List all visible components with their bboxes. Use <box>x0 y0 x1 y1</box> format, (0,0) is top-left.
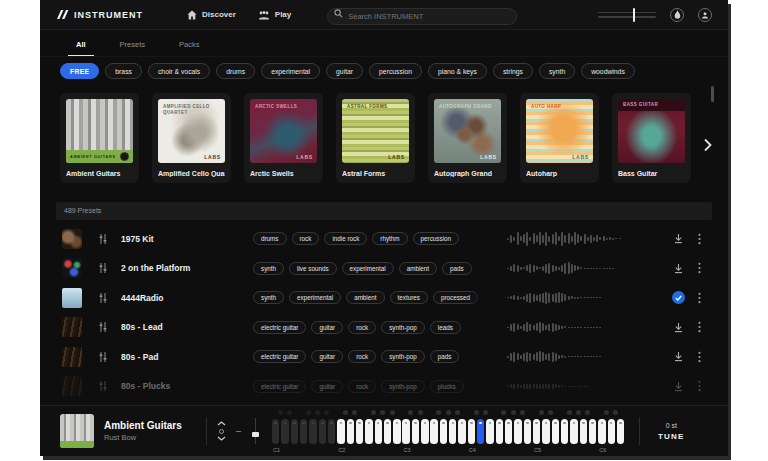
piano-key[interactable] <box>617 419 624 444</box>
piano-key[interactable] <box>440 419 447 444</box>
more-options-button[interactable] <box>697 320 702 334</box>
tag[interactable]: synth-pop <box>381 380 425 393</box>
volume-slider-handle[interactable] <box>633 8 636 22</box>
filter-chip-brass[interactable]: brass <box>105 63 142 79</box>
tag[interactable]: electric guitar <box>253 380 306 393</box>
preset-controls-icon[interactable] <box>97 351 109 363</box>
tag[interactable]: live sounds <box>289 262 337 275</box>
filter-chip-experimental[interactable]: experimental <box>261 63 320 79</box>
search-input[interactable] <box>327 8 517 25</box>
tag[interactable]: rock <box>348 350 376 363</box>
download-button[interactable] <box>672 380 685 393</box>
volume-slider[interactable] <box>598 8 656 22</box>
scrollbar-thumb[interactable] <box>711 86 714 102</box>
preset-row-1975-kit[interactable]: 1975 Kit drums rock indie rock rhythm pe… <box>56 224 712 254</box>
piano-key[interactable] <box>496 419 503 444</box>
preset-controls-icon[interactable] <box>97 292 109 304</box>
tag[interactable]: electric guitar <box>253 321 306 334</box>
piano-key[interactable] <box>291 419 298 444</box>
fader-handle[interactable] <box>252 432 259 437</box>
tag[interactable]: plucks <box>430 380 464 393</box>
player-volume-fader[interactable] <box>251 418 260 444</box>
account-icon[interactable] <box>698 8 712 22</box>
preset-controls-icon[interactable] <box>97 262 109 274</box>
preset-row-4444radio[interactable]: 4444Radio synth experimental ambient tex… <box>56 283 712 313</box>
pack-card-autograph-grand[interactable]: AUTOGRAPH GRAND LABS Autograph Grand <box>428 93 507 183</box>
preset-row-80s-lead[interactable]: 80s - Lead electric guitar guitar rock s… <box>56 313 712 343</box>
piano-key[interactable] <box>561 419 568 444</box>
download-button[interactable] <box>672 262 685 275</box>
tab-all[interactable]: All <box>76 40 86 56</box>
filter-chip-guitar[interactable]: guitar <box>326 63 363 79</box>
tune-control[interactable]: 0 st TUNE <box>658 422 685 441</box>
tag[interactable]: guitar <box>311 350 343 363</box>
piano-key[interactable] <box>430 419 437 444</box>
piano-key[interactable] <box>458 419 465 444</box>
pack-card-astral-forms[interactable]: ASTRAL FORMS LABS Astral Forms <box>336 93 415 183</box>
piano-key[interactable] <box>421 419 428 444</box>
piano-key[interactable] <box>552 419 559 444</box>
piano-key[interactable] <box>589 419 596 444</box>
chevron-down-icon[interactable] <box>217 436 226 441</box>
nav-item-play[interactable]: Play <box>258 10 291 20</box>
tag[interactable]: guitar <box>311 321 343 334</box>
piano-key[interactable] <box>375 419 382 444</box>
piano-key[interactable] <box>402 419 409 444</box>
filter-chip-choir-vocals[interactable]: choir & vocals <box>148 63 210 79</box>
piano-key[interactable] <box>337 419 344 444</box>
piano-key[interactable] <box>309 419 316 444</box>
piano-key[interactable] <box>319 419 326 444</box>
piano-key[interactable] <box>272 419 279 444</box>
minus-icon[interactable]: – <box>236 427 241 436</box>
pack-card-ambient-guitars[interactable]: AMBIENT GUITARS Ambient Guitars <box>60 93 139 183</box>
tag[interactable]: synth <box>253 262 284 275</box>
tag[interactable]: rock <box>348 321 376 334</box>
piano-key[interactable] <box>365 419 372 444</box>
filter-chip-drums[interactable]: drums <box>216 63 255 79</box>
piano-key[interactable] <box>598 419 605 444</box>
filter-chip-woodwinds[interactable]: woodwinds <box>581 63 635 79</box>
tab-packs[interactable]: Packs <box>179 40 199 56</box>
sounds-drop-icon[interactable] <box>670 8 684 22</box>
tag[interactable]: textures <box>390 291 428 304</box>
piano-key[interactable] <box>347 419 354 444</box>
tag[interactable]: processed <box>433 291 478 304</box>
piano-key[interactable] <box>356 419 363 444</box>
tag[interactable]: pads <box>442 262 472 275</box>
more-options-button[interactable] <box>697 261 702 275</box>
tag[interactable]: leads <box>430 321 461 334</box>
nav-item-discover[interactable]: Discover <box>187 10 236 20</box>
piano-key[interactable] <box>393 419 400 444</box>
filter-chip-piano-keys[interactable]: piano & keys <box>428 63 487 79</box>
tag[interactable]: rock <box>292 232 320 245</box>
tag[interactable]: percussion <box>413 232 459 245</box>
piano-key[interactable] <box>580 419 587 444</box>
piano-key[interactable] <box>486 419 493 444</box>
piano-key[interactable] <box>468 419 475 444</box>
preset-controls-icon[interactable] <box>97 321 109 333</box>
download-button[interactable] <box>672 232 685 245</box>
tag[interactable]: synth-pop <box>381 350 425 363</box>
piano-key-active[interactable] <box>477 419 484 444</box>
tag[interactable]: synth <box>253 291 284 304</box>
piano-key[interactable] <box>384 419 391 444</box>
tag[interactable]: experimental <box>289 291 341 304</box>
piano-key[interactable] <box>533 419 540 444</box>
piano-key[interactable] <box>542 419 549 444</box>
pack-card-arctic-swells[interactable]: ARCTIC SWELLS LABS Arctic Swells <box>244 93 323 183</box>
tag[interactable]: electric guitar <box>253 350 306 363</box>
filter-chip-percussion[interactable]: percussion <box>369 63 422 79</box>
piano-key[interactable] <box>300 419 307 444</box>
pack-card-bass-guitar[interactable]: BASS GUITAR Bass Guitar <box>612 93 691 183</box>
more-options-button[interactable] <box>697 379 702 393</box>
piano-key[interactable] <box>608 419 615 444</box>
tag[interactable]: pads <box>430 350 460 363</box>
chevron-up-icon[interactable] <box>217 421 226 426</box>
tab-presets[interactable]: Presets <box>120 40 145 56</box>
filter-chip-synth[interactable]: synth <box>539 63 575 79</box>
download-button[interactable] <box>672 321 685 334</box>
preset-row-80s-plucks[interactable]: 80s - Plucks electric guitar guitar rock… <box>56 372 712 402</box>
tag[interactable]: drums <box>253 232 287 245</box>
piano-key[interactable] <box>412 419 419 444</box>
filter-chip-strings[interactable]: strings <box>493 63 533 79</box>
